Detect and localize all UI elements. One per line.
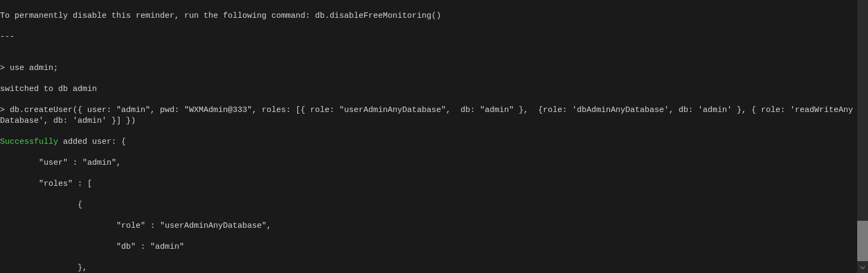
roles-open-line: "roles" : [ <box>0 179 857 190</box>
brace-close-1: }, <box>0 263 857 274</box>
scrollbar-track[interactable] <box>857 0 868 273</box>
db-1: "db" : "admin" <box>0 242 857 253</box>
reminder-line: To permanently disable this reminder, ru… <box>0 11 857 22</box>
user-field-line: "user" : "admin", <box>0 158 857 169</box>
dash-line: --- <box>0 32 857 43</box>
brace-open-1: { <box>0 200 857 211</box>
scrollbar-down-arrow[interactable] <box>857 262 868 273</box>
create-user-command: > db.createUser({ user: "admin", pwd: "W… <box>0 105 857 126</box>
terminal-output[interactable]: To permanently disable this reminder, ru… <box>0 0 857 273</box>
success-word: Successfully <box>0 137 58 146</box>
role-1: "role" : "userAdminAnyDatabase", <box>0 221 857 232</box>
use-admin-command: > use admin; <box>0 63 857 74</box>
success-rest: added user: { <box>58 137 126 146</box>
switched-db-line: switched to db admin <box>0 84 857 95</box>
success-line: Successfully added user: { <box>0 137 857 148</box>
scrollbar-thumb[interactable] <box>857 221 868 261</box>
chevron-down-icon <box>860 265 865 270</box>
